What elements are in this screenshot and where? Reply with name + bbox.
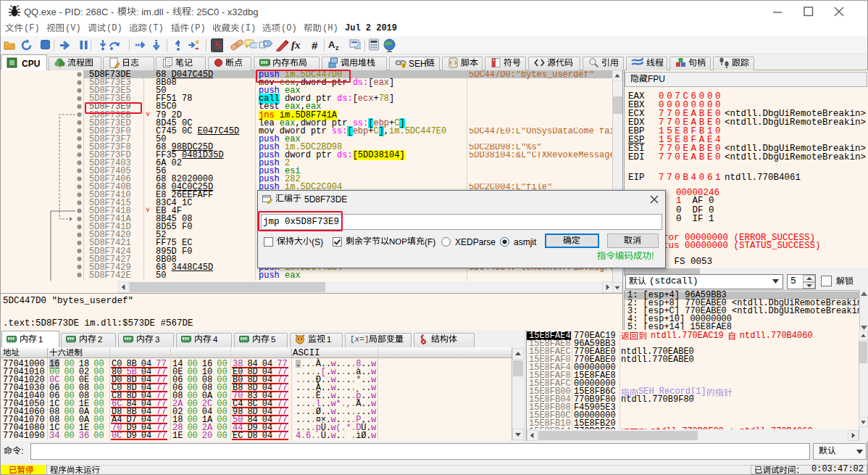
svg-text:!: !	[403, 63, 404, 68]
svg-text:z: z	[335, 44, 339, 51]
svg-text:A: A	[328, 39, 335, 50]
svg-text:#: #	[312, 39, 318, 51]
svg-text:S: S	[215, 40, 221, 51]
svg-text:fx: fx	[291, 39, 301, 51]
